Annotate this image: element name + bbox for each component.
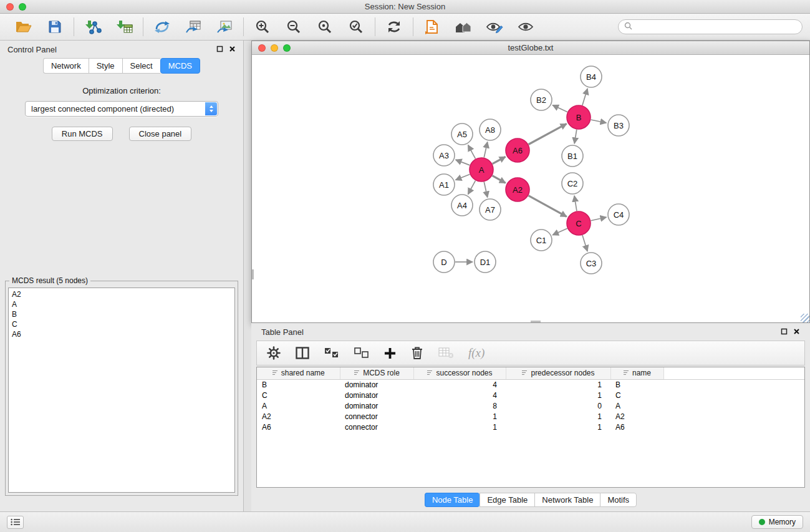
horizontal-scrollbar[interactable]: [531, 321, 541, 322]
cell[interactable]: 1: [413, 422, 506, 433]
zoom-out-icon[interactable]: [282, 17, 305, 37]
node-A3[interactable]: A3: [433, 145, 455, 166]
node-C3[interactable]: C3: [581, 253, 602, 274]
edge-B-B2[interactable]: [552, 105, 567, 112]
cell[interactable]: 1: [506, 379, 610, 390]
node-C1[interactable]: C1: [531, 230, 552, 251]
close-window-button[interactable]: [6, 3, 14, 11]
edge-A-A1[interactable]: [456, 174, 470, 180]
edge-A-A8[interactable]: [484, 142, 487, 158]
cell[interactable]: C: [610, 390, 663, 401]
column-header-successor-nodes[interactable]: successor nodes: [413, 367, 506, 379]
edge-A-A4[interactable]: [468, 181, 476, 195]
export-image-icon[interactable]: [213, 17, 236, 37]
tab-node-table[interactable]: Node Table: [425, 493, 480, 507]
save-icon[interactable]: [44, 17, 66, 37]
zoom-window-button[interactable]: [283, 44, 291, 52]
cell[interactable]: C: [257, 390, 340, 401]
edge-C-C1[interactable]: [552, 228, 567, 235]
node-A2[interactable]: A2: [506, 178, 529, 201]
zoom-selected-icon[interactable]: [345, 17, 367, 37]
home-icon[interactable]: [452, 17, 475, 37]
cell[interactable]: dominator: [340, 401, 413, 412]
resize-grip[interactable]: [801, 314, 809, 322]
import-network-icon[interactable]: [82, 17, 104, 37]
run-mcds-button[interactable]: Run MCDS: [52, 127, 113, 141]
cell[interactable]: 8: [413, 401, 506, 412]
table-row[interactable]: Cdominator41C: [257, 390, 804, 401]
tab-edge-table[interactable]: Edge Table: [480, 493, 534, 507]
tab-motifs[interactable]: Motifs: [600, 493, 637, 507]
node-A7[interactable]: A7: [480, 199, 501, 220]
vertical-scrollbar[interactable]: [252, 269, 254, 279]
open-file-icon[interactable]: [12, 17, 35, 37]
cell[interactable]: 4: [413, 390, 506, 401]
export-table-icon[interactable]: [182, 17, 205, 37]
node-D[interactable]: D: [433, 251, 455, 273]
network-canvas[interactable]: B4B2BB3A5A8A6B1A3AC2A1A2A4A7C4CC1C3DD1: [252, 55, 809, 322]
edge-A-A2[interactable]: [493, 176, 506, 183]
cell[interactable]: B: [610, 379, 663, 390]
cell[interactable]: 1: [413, 412, 506, 422]
import-table-icon[interactable]: [113, 17, 135, 37]
node-B4[interactable]: B4: [581, 66, 602, 87]
close-panel-button[interactable]: Close panel: [129, 127, 192, 141]
cell[interactable]: A6: [610, 422, 663, 433]
search-box[interactable]: [618, 19, 803, 34]
edge-C-C3[interactable]: [582, 235, 587, 251]
tab-network[interactable]: Network: [43, 58, 89, 74]
gear-icon[interactable]: [267, 346, 281, 360]
close-icon[interactable]: [793, 326, 800, 337]
node-C2[interactable]: C2: [562, 173, 583, 194]
cell[interactable]: 1: [506, 390, 610, 401]
edge-A2-C[interactable]: [529, 196, 567, 217]
node-A5[interactable]: A5: [451, 123, 473, 145]
render-detail-icon[interactable]: [483, 17, 506, 37]
select-all-icon[interactable]: [324, 347, 339, 359]
close-window-button[interactable]: [258, 44, 266, 52]
node-table-container[interactable]: shared nameMCDS rolesuccessor nodesprede…: [256, 367, 805, 488]
cell[interactable]: connector: [340, 412, 413, 422]
node-A4[interactable]: A4: [451, 195, 473, 216]
zoom-fit-icon[interactable]: [314, 17, 336, 37]
minimize-window-button[interactable]: [271, 44, 278, 52]
list-item[interactable]: C: [12, 319, 231, 329]
new-network-icon[interactable]: [151, 17, 173, 37]
cell[interactable]: 1: [506, 422, 610, 433]
node-B[interactable]: B: [567, 105, 591, 129]
edge-C-C2[interactable]: [574, 196, 577, 211]
edge-B-B1[interactable]: [574, 130, 577, 144]
edge-B-B3[interactable]: [591, 120, 607, 123]
cell[interactable]: 1: [506, 412, 610, 422]
mcds-result-list[interactable]: A2ABCA6: [8, 288, 235, 493]
edge-A-A6[interactable]: [493, 157, 506, 163]
search-input[interactable]: [636, 22, 796, 31]
node-A1[interactable]: A1: [433, 174, 455, 195]
node-A8[interactable]: A8: [480, 119, 501, 140]
delete-icon[interactable]: [411, 346, 423, 360]
zoom-window-button[interactable]: [19, 3, 26, 11]
float-window-icon[interactable]: [781, 326, 788, 337]
edge-A6-B[interactable]: [529, 123, 567, 144]
cell[interactable]: connector: [340, 422, 413, 433]
edge-B-B4[interactable]: [582, 89, 587, 105]
edge-A-A5[interactable]: [468, 145, 476, 159]
memory-button[interactable]: Memory: [751, 515, 803, 529]
table-row[interactable]: A6connector11A6: [257, 422, 804, 433]
document-icon[interactable]: [421, 17, 443, 37]
close-icon[interactable]: [229, 44, 236, 55]
column-header-predecessor-nodes[interactable]: predecessor nodes: [506, 367, 610, 379]
network-graph[interactable]: B4B2BB3A5A8A6B1A3AC2A1A2A4A7C4CC1C3DD1: [252, 55, 809, 322]
cell[interactable]: 4: [413, 379, 506, 390]
list-item[interactable]: A6: [12, 329, 231, 339]
node-A6[interactable]: A6: [506, 138, 529, 162]
cell[interactable]: A6: [257, 422, 340, 433]
node-B2[interactable]: B2: [531, 89, 552, 110]
node-A[interactable]: A: [470, 158, 493, 181]
table-row[interactable]: A2connector11A2: [257, 412, 804, 422]
table-row[interactable]: Adominator80A: [257, 401, 804, 412]
list-item[interactable]: B: [12, 309, 231, 319]
cell[interactable]: A: [257, 401, 340, 412]
optimization-criterion-dropdown[interactable]: largest connected component (directed): [25, 101, 218, 117]
cell[interactable]: dominator: [340, 390, 413, 401]
